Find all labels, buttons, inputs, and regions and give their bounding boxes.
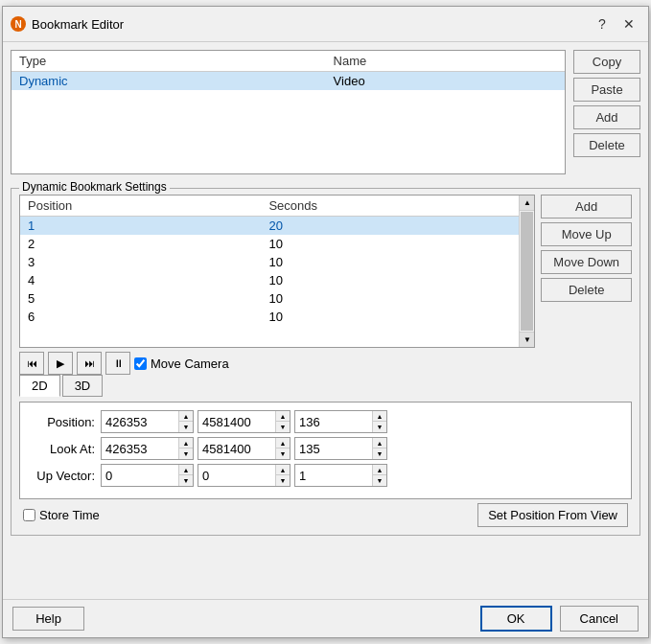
uv-y-down[interactable]: ▼ (276, 475, 290, 486)
position-y-input[interactable] (198, 411, 275, 432)
pos-y-up[interactable]: ▲ (276, 411, 290, 422)
store-time-checkbox[interactable] (23, 509, 35, 521)
uv-y-up[interactable]: ▲ (276, 465, 290, 475)
position-spinners: ▲ ▼ ▲ ▼ (101, 410, 387, 433)
store-time-label[interactable]: Store Time (23, 508, 100, 522)
table-row[interactable]: Dynamic Video (12, 72, 565, 91)
play-button[interactable]: ▶ (48, 352, 73, 375)
upvector-z-arrows: ▲ ▼ (372, 465, 386, 486)
position-x-input[interactable] (102, 411, 178, 432)
position-table-wrapper: Position Seconds 1 20 2 10 (19, 195, 535, 348)
sec-1: 20 (261, 217, 519, 236)
set-position-button[interactable]: Set Position From View (477, 503, 628, 527)
move-camera-label[interactable]: Move Camera (134, 356, 229, 371)
upvector-z-input[interactable] (295, 465, 372, 486)
top-section: Type Name Dynamic Video Copy Paste Add (11, 50, 640, 174)
lat-x-down[interactable]: ▼ (179, 448, 193, 459)
pos-5: 5 (20, 289, 261, 308)
tab-2d[interactable]: 2D (19, 375, 60, 397)
sec-3: 10 (261, 253, 519, 271)
move-camera-checkbox[interactable] (134, 357, 147, 370)
add-position-button[interactable]: Add (541, 195, 632, 218)
scroll-down-arrow[interactable]: ▼ (520, 332, 534, 347)
close-button[interactable]: ✕ (617, 12, 640, 35)
table-row[interactable]: 5 10 (20, 289, 519, 308)
lat-y-down[interactable]: ▼ (276, 448, 290, 459)
table-row[interactable]: 1 20 (20, 217, 519, 236)
position-buttons: Add Move Up Move Down Delete (541, 195, 632, 348)
position-label: Position: (28, 415, 95, 429)
table-row[interactable]: 4 10 (20, 271, 519, 289)
upvector-spinner-1: ▲ ▼ (101, 464, 194, 487)
delete-bookmark-button[interactable]: Delete (573, 133, 640, 157)
pos-x-up[interactable]: ▲ (179, 411, 193, 422)
uv-x-up[interactable]: ▲ (179, 465, 193, 475)
help-button[interactable]: Help (12, 607, 84, 631)
scroll-up-arrow[interactable]: ▲ (520, 196, 534, 211)
dynamic-settings-group: Dynamic Bookmark Settings Position Secon… (11, 188, 640, 536)
lat-z-down[interactable]: ▼ (373, 448, 386, 459)
lookat-y-input[interactable] (198, 438, 275, 459)
lat-y-up[interactable]: ▲ (276, 438, 290, 448)
pos-z-up[interactable]: ▲ (373, 411, 386, 422)
bookmark-table: Type Name Dynamic Video (12, 51, 565, 90)
move-up-button[interactable]: Move Up (541, 222, 632, 246)
uv-z-down[interactable]: ▼ (373, 475, 386, 486)
lookat-x-arrows: ▲ ▼ (178, 438, 193, 459)
pos-z-down[interactable]: ▼ (373, 422, 386, 432)
move-down-button[interactable]: Move Down (541, 250, 632, 274)
position-field-row: Position: ▲ ▼ (28, 410, 623, 433)
lookat-z-arrows: ▲ ▼ (372, 438, 386, 459)
table-row[interactable]: 6 10 (20, 308, 519, 326)
lat-x-up[interactable]: ▲ (179, 438, 193, 448)
col-type: Type (12, 51, 326, 72)
uv-x-down[interactable]: ▼ (179, 475, 193, 486)
lookat-x-input[interactable] (102, 438, 178, 459)
upvector-y-input[interactable] (198, 465, 275, 486)
ok-button[interactable]: OK (480, 606, 552, 632)
row-name: Video (326, 72, 565, 91)
sec-4: 10 (261, 271, 519, 289)
tab-3d[interactable]: 3D (62, 375, 104, 397)
go-end-button[interactable]: ⏭ (77, 352, 102, 375)
lookat-label: Look At: (28, 442, 95, 456)
upvector-spinners: ▲ ▼ ▲ ▼ (101, 464, 387, 487)
sec-5: 10 (261, 289, 519, 308)
position-section: Position Seconds 1 20 2 10 (19, 195, 632, 348)
sec-6: 10 (261, 308, 519, 326)
upvector-x-input[interactable] (102, 465, 178, 486)
move-camera-text: Move Camera (151, 356, 229, 371)
lat-z-up[interactable]: ▲ (373, 438, 386, 448)
cancel-button[interactable]: Cancel (560, 606, 639, 632)
lookat-field-row: Look At: ▲ ▼ (28, 437, 623, 460)
pos-col-seconds: Seconds (261, 196, 519, 217)
position-y-arrows: ▲ ▼ (275, 411, 290, 432)
upvector-x-arrows: ▲ ▼ (178, 465, 193, 486)
uv-z-up[interactable]: ▲ (373, 465, 386, 475)
bookmark-table-container: Type Name Dynamic Video (11, 50, 566, 174)
position-z-input[interactable] (295, 411, 372, 432)
scroll-thumb (521, 212, 533, 331)
lookat-z-input[interactable] (295, 438, 372, 459)
add-bookmark-button[interactable]: Add (573, 105, 640, 129)
table-row[interactable]: 3 10 (20, 253, 519, 271)
pos-y-down[interactable]: ▼ (276, 422, 290, 432)
title-controls: ? ✕ (591, 12, 640, 35)
pos-6: 6 (20, 308, 261, 326)
delete-position-button[interactable]: Delete (541, 278, 632, 302)
lookat-spinner-3: ▲ ▼ (294, 437, 387, 460)
pause-button[interactable]: ⏸ (105, 352, 130, 375)
position-spinner-2: ▲ ▼ (198, 410, 291, 433)
pos-x-down[interactable]: ▼ (179, 422, 193, 432)
paste-button[interactable]: Paste (573, 78, 640, 102)
go-start-button[interactable]: ⏮ (19, 352, 44, 375)
position-x-arrows: ▲ ▼ (178, 411, 193, 432)
sec-2: 10 (261, 235, 519, 253)
store-time-text: Store Time (39, 508, 100, 522)
help-button[interactable]: ? (591, 12, 614, 35)
pos-3: 3 (20, 253, 261, 271)
scrollbar[interactable]: ▲ ▼ (519, 196, 534, 347)
table-row[interactable]: 2 10 (20, 235, 519, 253)
col-name: Name (326, 51, 565, 72)
copy-button[interactable]: Copy (573, 50, 640, 74)
